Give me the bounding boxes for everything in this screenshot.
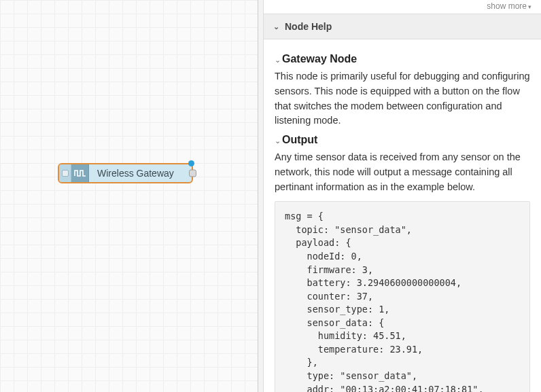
- node-icon-area: [71, 164, 89, 182]
- show-more-label: show more: [487, 1, 527, 11]
- help-content: ⌄Gateway Node This node is primarily use…: [264, 39, 541, 392]
- square-icon: [62, 170, 69, 177]
- caret-down-icon: ▾: [528, 3, 531, 10]
- wave-icon: [74, 169, 86, 177]
- gateway-node[interactable]: Wireless Gateway: [58, 163, 193, 183]
- output-description: Any time sensor data is received from an…: [275, 150, 530, 194]
- show-more-link[interactable]: show more▾: [264, 0, 541, 14]
- node-help-header[interactable]: ⌄ Node Help: [264, 14, 541, 39]
- node-label: Wireless Gateway: [89, 168, 182, 179]
- chevron-down-icon: ⌄: [275, 56, 281, 64]
- gateway-description: This node is primarily useful for debugg…: [275, 69, 530, 128]
- node-status-dot: [188, 160, 194, 166]
- example-code-block: msg = { topic: "sensor_data", payload: {…: [275, 201, 530, 392]
- flow-canvas[interactable]: Wireless Gateway: [0, 0, 258, 392]
- pane-divider[interactable]: [258, 0, 264, 392]
- chevron-down-icon: ⌄: [275, 137, 281, 145]
- section-title: Node Help: [285, 21, 332, 32]
- app-root: Wireless Gateway show more▾ ⌄ Node Help …: [0, 0, 541, 392]
- node-output-port[interactable]: [189, 170, 196, 177]
- heading-output: ⌄Output: [275, 134, 530, 146]
- heading-gateway-node: ⌄Gateway Node: [275, 53, 530, 65]
- node-trigger-button[interactable]: [59, 164, 71, 182]
- chevron-down-icon: ⌄: [273, 22, 279, 31]
- info-panel: show more▾ ⌄ Node Help ⌄Gateway Node Thi…: [264, 0, 541, 392]
